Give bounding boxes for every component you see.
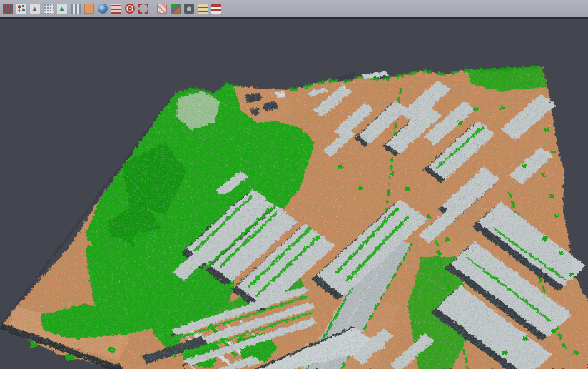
orthophoto-icon[interactable] — [83, 2, 95, 15]
terrain-icon[interactable]: ▲ — [29, 2, 41, 15]
texture-image-icon[interactable] — [156, 2, 168, 15]
crop-selection-icon[interactable] — [137, 2, 149, 15]
registration-points-icon[interactable] — [15, 2, 27, 15]
vegetation-glyph: ▲ — [57, 4, 67, 14]
measurement-notes-icon[interactable] — [196, 2, 208, 15]
red-lines-icon[interactable] — [110, 2, 122, 15]
vegetation-icon[interactable]: ▲ — [56, 2, 68, 15]
orthophoto-glyph — [84, 4, 94, 14]
crop-glyph — [138, 4, 148, 14]
terrain-glyph: ▲ — [30, 4, 40, 14]
classification-glyph — [171, 4, 181, 14]
profile-section-icon[interactable] — [69, 2, 81, 15]
target-glyph — [125, 4, 135, 14]
texture-glyph — [157, 4, 167, 14]
application-window: ▲ ▲ — [0, 0, 588, 369]
notes-glyph — [198, 4, 208, 14]
point-cloud-glyph — [3, 4, 13, 14]
classification-colors-icon[interactable] — [169, 2, 181, 15]
3d-viewport[interactable] — [0, 20, 588, 369]
flag-icon[interactable] — [210, 2, 222, 15]
globe-glyph — [98, 4, 108, 14]
toolbar: ▲ ▲ — [0, 0, 588, 19]
profile-glyph — [71, 4, 81, 14]
toolbar-separator — [150, 2, 155, 15]
camera-icon[interactable] — [183, 2, 195, 15]
globe-icon[interactable] — [96, 2, 108, 15]
red-lines-glyph — [111, 4, 121, 14]
point-cloud-render — [0, 20, 588, 369]
sparse-glyph — [44, 4, 54, 14]
sparse-points-icon[interactable] — [42, 2, 54, 15]
registration-glyph — [16, 4, 26, 14]
flag-glyph — [211, 4, 221, 14]
camera-glyph — [184, 4, 194, 14]
point-cloud-icon[interactable] — [1, 2, 14, 15]
target-circle-icon[interactable] — [123, 2, 136, 15]
